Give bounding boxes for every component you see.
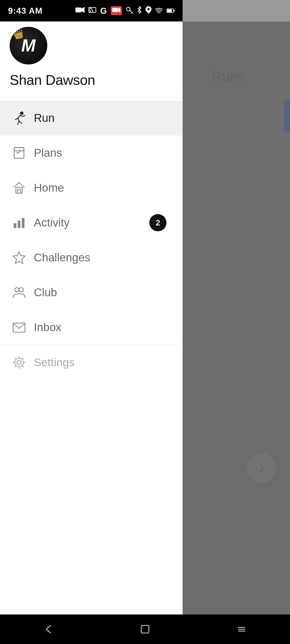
svg-rect-18 <box>17 189 21 193</box>
navigation-drawer: 👑 M Shan Dawson Run <box>0 0 183 644</box>
plans-icon <box>10 145 28 160</box>
nav-item-home[interactable]: Home <box>0 170 183 205</box>
svg-rect-19 <box>14 223 16 228</box>
battery-icon <box>166 7 175 15</box>
google-icon: G <box>100 6 107 16</box>
nav-item-plans[interactable]: Plans <box>0 136 183 170</box>
avatar[interactable]: 👑 M <box>10 27 47 64</box>
status-time: 9:43 AM <box>8 6 43 16</box>
svg-point-9 <box>147 8 150 10</box>
svg-rect-20 <box>18 221 20 228</box>
bottom-navigation <box>0 614 290 644</box>
svg-point-26 <box>17 360 21 365</box>
svg-rect-17 <box>16 187 22 193</box>
nav-item-settings[interactable]: Settings <box>0 345 183 380</box>
nav-item-club[interactable]: Club <box>0 275 183 310</box>
status-bar: 9:43 AM G <box>0 0 183 21</box>
home-label: Home <box>34 181 64 194</box>
svg-rect-0 <box>75 8 81 12</box>
avatar-letter: M <box>21 36 35 56</box>
status-icons: G <box>75 6 175 16</box>
svg-rect-12 <box>167 9 172 12</box>
home-icon <box>10 180 28 195</box>
record-icon <box>111 6 122 15</box>
avatar-inner: 👑 M <box>10 27 47 64</box>
activity-badge: 2 <box>149 214 166 231</box>
nav-item-challenges[interactable]: Challenges <box>0 240 183 275</box>
nav-item-run[interactable]: Run <box>0 101 183 136</box>
plans-label: Plans <box>34 147 62 159</box>
svg-point-23 <box>15 288 19 292</box>
svg-rect-16 <box>14 148 24 151</box>
settings-label: Settings <box>34 356 75 369</box>
nav-item-activity[interactable]: Activity 2 <box>0 205 183 240</box>
recents-button[interactable] <box>226 619 258 640</box>
bluetooth-icon <box>137 6 142 16</box>
svg-rect-13 <box>173 10 175 12</box>
inbox-label: Inbox <box>34 321 61 334</box>
settings-icon <box>10 355 28 370</box>
nav-item-inbox[interactable]: Inbox <box>0 310 183 345</box>
svg-rect-3 <box>112 8 118 12</box>
svg-rect-28 <box>141 625 149 633</box>
run-label: Run <box>34 112 55 125</box>
camera-video-icon <box>75 6 85 15</box>
wifi-icon <box>155 7 163 15</box>
club-icon <box>10 285 28 300</box>
activity-icon <box>10 215 28 230</box>
svg-point-14 <box>20 112 23 115</box>
svg-marker-22 <box>13 252 25 264</box>
activity-label: Activity <box>34 216 70 229</box>
svg-rect-21 <box>22 218 24 228</box>
svg-point-27 <box>15 358 23 367</box>
user-name: Shan Dawson <box>10 72 173 88</box>
svg-point-5 <box>126 7 130 11</box>
location-icon <box>146 6 151 16</box>
svg-point-24 <box>19 288 23 292</box>
run-icon <box>10 111 28 126</box>
key-icon <box>126 6 133 15</box>
challenges-label: Challenges <box>34 251 90 264</box>
nav-menu: Run Plans Home <box>0 98 183 644</box>
svg-marker-4 <box>118 7 120 13</box>
club-label: Club <box>34 286 57 299</box>
cast-icon <box>88 6 96 15</box>
home-button[interactable] <box>129 619 161 640</box>
svg-marker-1 <box>81 7 85 13</box>
back-button[interactable] <box>32 619 64 640</box>
inbox-icon <box>10 320 28 335</box>
challenges-icon <box>10 250 28 265</box>
svg-point-10 <box>158 12 160 13</box>
dim-overlay[interactable] <box>183 21 290 614</box>
